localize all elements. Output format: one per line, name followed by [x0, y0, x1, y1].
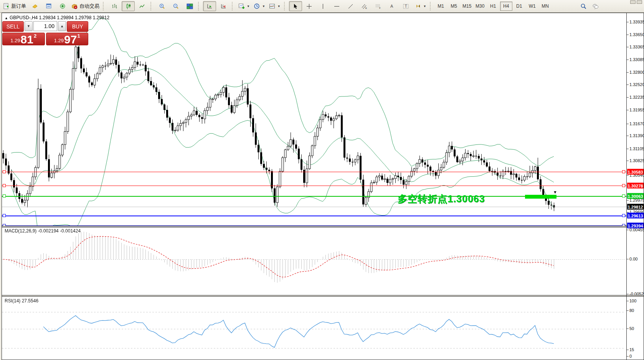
- timeframe-button-m15[interactable]: M15: [461, 2, 473, 11]
- symbol-collapse-arrow-icon[interactable]: ▲: [5, 16, 8, 20]
- line-handle[interactable]: [622, 170, 625, 173]
- price-tick-label: 1.31390: [629, 133, 644, 138]
- svg-text:E: E: [365, 7, 367, 9]
- price-axis-border: [626, 13, 627, 360]
- market-watch-button[interactable]: [42, 1, 55, 11]
- buy-price-small: 1.29: [54, 38, 64, 43]
- buy-price-display[interactable]: 1.29 97 1: [46, 33, 89, 45]
- mdi-close-box[interactable]: [637, 0, 642, 4]
- zoom-in-button[interactable]: [155, 1, 168, 11]
- bar-chart-icon: [111, 3, 118, 10]
- timeframe-group: M1M5M15M30H1H4D1W1MN: [435, 2, 552, 11]
- green-highlight-bar[interactable]: [525, 195, 556, 199]
- toolbar-grip: [284, 2, 287, 10]
- line-handle[interactable]: [622, 194, 625, 197]
- price-tick-label: 1.33365: [629, 45, 644, 49]
- mdi-restore-box[interactable]: [630, 0, 636, 4]
- price-tick-label: 1.33650: [629, 32, 644, 37]
- line-handle[interactable]: [3, 184, 6, 187]
- price-badge-1.29394: 1.29394: [627, 223, 644, 229]
- timeframe-button-mn[interactable]: MN: [539, 2, 552, 11]
- vertical-line-icon: [320, 3, 326, 10]
- tile-windows-icon: [187, 3, 193, 10]
- new-chart-button[interactable]: ▼: [237, 1, 251, 11]
- zoom-out-button[interactable]: [169, 1, 182, 11]
- horizontal-line-object-1.30278[interactable]: [2, 186, 626, 186]
- volume-increase-button[interactable]: ▲: [58, 21, 66, 31]
- timeframe-button-w1[interactable]: W1: [526, 2, 538, 11]
- price-badge-1.30278: 1.30278: [627, 183, 644, 189]
- sell-price-big: 81: [21, 35, 33, 45]
- trendline-tool-button[interactable]: [344, 1, 357, 11]
- crosshair-tool-button[interactable]: [303, 1, 316, 11]
- text-label-tool-button[interactable]: T: [400, 1, 413, 11]
- volume-decrease-button[interactable]: ▼: [25, 21, 33, 31]
- svg-text:F: F: [379, 7, 381, 9]
- line-handle[interactable]: [622, 184, 625, 187]
- bar-chart-button[interactable]: [108, 1, 121, 11]
- timeframe-button-m1[interactable]: M1: [435, 2, 447, 11]
- line-handle[interactable]: [3, 214, 6, 217]
- macd-axis-label: 0.00: [629, 257, 637, 261]
- rsi-axis-label: 50: [629, 326, 634, 331]
- sell-price-display[interactable]: 1.29 81 2: [2, 33, 45, 45]
- price-tick-label: 1.31955: [629, 108, 644, 112]
- chart-profiles-button[interactable]: [28, 1, 41, 11]
- volume-input[interactable]: [33, 21, 57, 31]
- toolbar-grip: [150, 2, 154, 10]
- chart-shift-button[interactable]: [217, 1, 230, 11]
- candlestick-chart-button[interactable]: [122, 1, 135, 11]
- main-chart-canvas[interactable]: [2, 13, 626, 226]
- line-chart-button[interactable]: [135, 1, 149, 11]
- auto-scroll-icon: [206, 3, 213, 10]
- navigator-button[interactable]: [56, 1, 69, 11]
- timeframe-button-h4[interactable]: H4: [500, 2, 512, 11]
- horizontal-line-object-1.30583[interactable]: [2, 172, 626, 172]
- buy-button[interactable]: BUY: [67, 21, 88, 32]
- indicators-button[interactable]: ▼: [268, 1, 282, 11]
- last-price-down-arrow-icon: ▼: [553, 190, 557, 194]
- line-handle[interactable]: [3, 170, 6, 173]
- rsi-axis-label: 80: [629, 308, 634, 313]
- text-tool-button[interactable]: A: [386, 1, 399, 11]
- cursor-tool-button[interactable]: [289, 1, 302, 11]
- vertical-line-tool-button[interactable]: [317, 1, 330, 11]
- dropdown-caret: ▼: [262, 5, 265, 8]
- price-tick-label: 1.32800: [629, 70, 644, 75]
- turning-point-annotation[interactable]: 多空转折点1.30063: [398, 192, 485, 205]
- auto-scroll-button[interactable]: [203, 1, 216, 11]
- new-chart-icon: [238, 3, 245, 10]
- rsi-panel-canvas[interactable]: [2, 297, 626, 360]
- one-click-trading-panel: SELL ▼ ▲ BUY 1.29 81 2 1.29 97 1: [2, 21, 88, 45]
- line-handle[interactable]: [622, 214, 625, 217]
- tile-windows-button[interactable]: [183, 1, 196, 11]
- auto-trading-button[interactable]: 自动交易: [70, 1, 101, 11]
- zoom-out-icon: [173, 3, 179, 10]
- new-order-icon: [3, 3, 10, 10]
- timeframe-button-m5[interactable]: M5: [448, 2, 460, 11]
- price-tick-label: 1.33935: [629, 20, 644, 24]
- fibonacci-tool-button[interactable]: F: [372, 1, 385, 11]
- new-order-button[interactable]: 新订单: [2, 1, 28, 11]
- main-macd-separator[interactable]: [2, 226, 644, 227]
- periods-button[interactable]: ▼: [252, 1, 267, 11]
- crosshair-icon: [306, 3, 312, 10]
- svg-text:T: T: [405, 4, 407, 8]
- horizontal-line-tool-button[interactable]: [330, 1, 343, 11]
- sell-button[interactable]: SELL: [2, 21, 24, 32]
- equidistant-channel-tool-button[interactable]: E: [358, 1, 371, 11]
- timeframe-button-d1[interactable]: D1: [513, 2, 525, 11]
- price-badge-1.29613: 1.29613: [627, 213, 644, 219]
- horizontal-line-object-1.29613[interactable]: [2, 216, 626, 216]
- toolbar-grip: [198, 2, 201, 10]
- timeframe-button-m30[interactable]: M30: [474, 2, 486, 11]
- chat-icon[interactable]: [592, 3, 599, 10]
- price-badge-1.29812: 1.29812: [627, 204, 644, 210]
- timeframe-button-h1[interactable]: H1: [487, 2, 499, 11]
- line-handle[interactable]: [3, 194, 6, 197]
- macd-rsi-separator[interactable]: [2, 295, 644, 297]
- periods-clock-icon: [254, 3, 260, 10]
- search-icon[interactable]: [580, 3, 587, 10]
- macd-panel-canvas[interactable]: [2, 227, 626, 295]
- arrows-tool-button[interactable]: ▼: [413, 1, 428, 11]
